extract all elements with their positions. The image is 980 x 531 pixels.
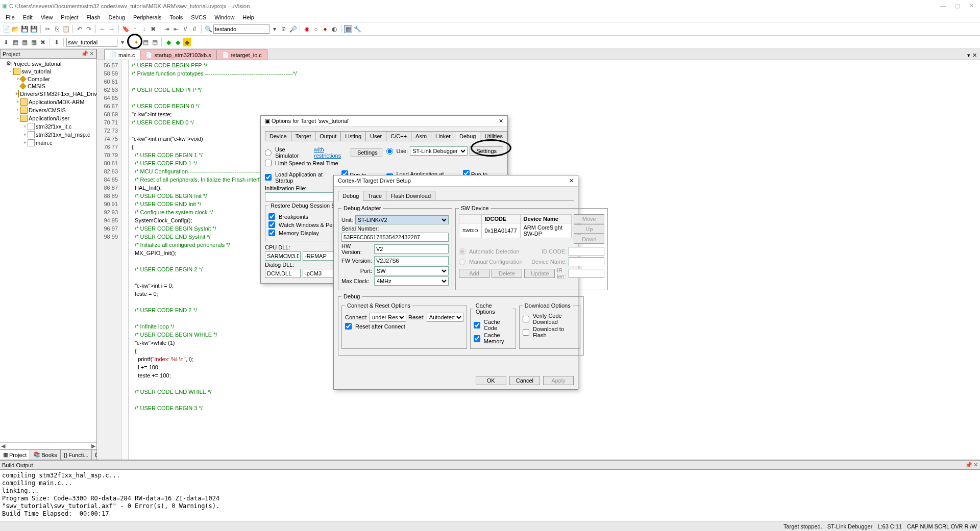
project-tree[interactable]: -⚙ Project: swv_tutorial-swv_tutorial+Co…: [0, 59, 96, 442]
find-in-files-icon[interactable]: 🗎: [280, 25, 288, 33]
tab-output[interactable]: Output: [315, 131, 341, 141]
build-output-text[interactable]: compiling stm32f1xx_hal_msp.c... compili…: [0, 470, 980, 521]
copy-icon[interactable]: ⎘: [53, 25, 61, 33]
memory-checkbox[interactable]: [268, 230, 275, 236]
tree-item[interactable]: +Compiler: [1, 75, 95, 83]
menu-svcs[interactable]: SVCS: [187, 13, 210, 21]
use-debugger-radio[interactable]: [386, 148, 393, 155]
pack-installer-icon[interactable]: ◆: [164, 38, 173, 46]
rebuild-icon[interactable]: ▦: [20, 38, 29, 46]
open-file-icon[interactable]: 📂: [11, 25, 19, 33]
panel-pin-icon[interactable]: 📌: [81, 50, 88, 57]
menu-edit[interactable]: Edit: [19, 13, 36, 21]
bookmark-icon[interactable]: 🔖: [121, 25, 130, 33]
save-all-icon[interactable]: 💾: [30, 25, 38, 33]
tab-debug[interactable]: Debug: [455, 131, 480, 141]
debugger-select[interactable]: ST-Link Debugger: [410, 146, 468, 156]
tab-user[interactable]: User: [365, 131, 386, 141]
tab-cpp[interactable]: C/C++: [386, 131, 411, 141]
tree-scrollbar[interactable]: ◀▶: [0, 442, 96, 449]
target-select[interactable]: [66, 38, 117, 47]
editor-close-icon[interactable]: ✕: [972, 52, 977, 59]
use-simulator-radio[interactable]: [265, 149, 272, 156]
driver-tab-flash[interactable]: Flash Download: [386, 191, 435, 200]
menu-view[interactable]: View: [37, 13, 57, 21]
dialog-dll-input[interactable]: [265, 269, 301, 278]
cut-icon[interactable]: ✂: [43, 25, 52, 33]
menu-window[interactable]: Window: [211, 13, 238, 21]
close-icon[interactable]: ✕: [569, 178, 574, 184]
with-restrictions-link[interactable]: with restrictions: [314, 146, 349, 159]
build-icon[interactable]: ▦: [11, 38, 19, 46]
reset-after-checkbox[interactable]: [345, 323, 352, 330]
panel-close-icon[interactable]: ✕: [89, 50, 94, 57]
menu-project[interactable]: Project: [57, 13, 82, 21]
download-icon[interactable]: ⬇: [53, 38, 61, 46]
comment-icon[interactable]: //: [181, 25, 189, 33]
incremental-find-icon[interactable]: 🔎: [289, 25, 297, 33]
stop-build-icon[interactable]: ✖: [39, 38, 47, 46]
nav-fwd-icon[interactable]: →: [108, 25, 116, 33]
bookmark-clear-icon[interactable]: ✖: [149, 25, 157, 33]
indent-icon[interactable]: ⇥: [163, 25, 171, 33]
new-file-icon[interactable]: 📄: [2, 25, 10, 33]
reset-select[interactable]: Autodetect: [427, 313, 463, 322]
verify-code-checkbox[interactable]: [523, 316, 529, 322]
toolbox-icon[interactable]: 🔧: [353, 25, 361, 33]
download-flash-checkbox[interactable]: [523, 329, 529, 336]
bookmark-prev-icon[interactable]: ↑: [131, 25, 139, 33]
tab-device[interactable]: Device: [265, 131, 291, 141]
breakpoint-icon[interactable]: ●: [321, 25, 329, 33]
tree-item[interactable]: +stm32f1xx_it.c: [1, 122, 95, 131]
fold-gutter[interactable]: [121, 60, 129, 460]
watch-checkbox[interactable]: [268, 221, 275, 228]
tree-item[interactable]: +Drivers/CMSIS: [1, 106, 95, 114]
find-dropdown-icon[interactable]: ▾: [271, 25, 279, 33]
select-pack-icon[interactable]: ◆: [183, 38, 191, 46]
tree-item[interactable]: +stm32f1xx_hal_msp.c: [1, 131, 95, 139]
tree-item[interactable]: -swv_tutorial: [1, 67, 95, 75]
undo-icon[interactable]: ↶: [76, 25, 84, 33]
file-ext-icon[interactable]: ▤: [141, 38, 150, 46]
close-icon[interactable]: ✕: [499, 118, 503, 124]
cpu-dll-input[interactable]: [265, 251, 301, 261]
menu-flash[interactable]: Flash: [83, 13, 104, 21]
paste-icon[interactable]: 📋: [62, 25, 70, 33]
debug-start-icon[interactable]: ◉: [303, 25, 311, 33]
debug-stop-icon[interactable]: ○: [312, 25, 320, 33]
window-layout-icon[interactable]: ▦: [344, 25, 352, 33]
tab-main-c[interactable]: 📄main.c: [104, 49, 140, 60]
cancel-button[interactable]: Cancel: [509, 376, 540, 385]
manage-rte-icon[interactable]: ◆: [174, 38, 182, 46]
nav-back-icon[interactable]: ←: [99, 25, 107, 33]
limit-speed-checkbox[interactable]: [265, 160, 272, 166]
bookmark-next-icon[interactable]: ↓: [140, 25, 148, 33]
serial-input[interactable]: [341, 233, 449, 242]
panel-close-icon[interactable]: ✕: [973, 462, 978, 468]
tab-project[interactable]: ▦Project: [0, 450, 30, 460]
menu-file[interactable]: File: [2, 13, 18, 21]
breakpoints-checkbox[interactable]: [268, 213, 275, 220]
load-app-sim-checkbox[interactable]: [265, 174, 272, 181]
menu-peripherals[interactable]: Peripherals: [130, 13, 165, 21]
tree-item[interactable]: +Application/MDK-ARM: [1, 98, 95, 106]
driver-tab-trace[interactable]: Trace: [363, 191, 386, 200]
tab-startup[interactable]: 📄startup_stm32f103xb.s: [140, 49, 216, 60]
tree-item[interactable]: +main.c: [1, 139, 95, 147]
editor-dropdown-icon[interactable]: ▾: [967, 52, 970, 59]
tab-listing[interactable]: Listing: [340, 131, 366, 141]
tree-item[interactable]: +Drivers/STM32F1xx_HAL_Driv: [1, 90, 95, 98]
find-combo[interactable]: [213, 24, 270, 34]
menu-help[interactable]: Help: [239, 13, 258, 21]
minimize-icon[interactable]: —: [940, 3, 946, 9]
tab-linker[interactable]: Linker: [431, 131, 455, 141]
menu-tools[interactable]: Tools: [166, 13, 187, 21]
translate-icon[interactable]: ⬇: [2, 38, 10, 46]
maximize-icon[interactable]: ▢: [955, 3, 960, 9]
connect-select[interactable]: under Reset: [370, 313, 406, 322]
close-icon[interactable]: ✕: [969, 3, 974, 9]
port-select[interactable]: SW: [374, 266, 449, 275]
cache-code-checkbox[interactable]: [474, 322, 480, 328]
manage-icon[interactable]: ▤: [151, 38, 159, 46]
breakpoint-disable-icon[interactable]: ◐: [330, 25, 338, 33]
